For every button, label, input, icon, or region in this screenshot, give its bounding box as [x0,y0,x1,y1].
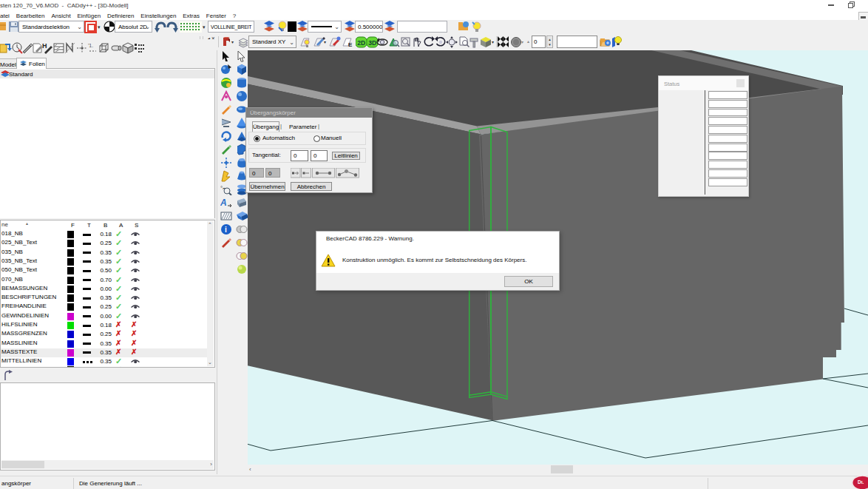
svg-text:Dı.: Dı. [858,479,864,485]
svg-text:2D: 2D [357,39,365,47]
svg-text:i: i [225,226,227,234]
svg-text:A: A [220,198,227,208]
svg-text:E: E [348,41,353,48]
svg-text:H: H [42,42,47,50]
svg-text:'1.: '1. [88,43,93,48]
svg-text:3D: 3D [368,39,376,47]
